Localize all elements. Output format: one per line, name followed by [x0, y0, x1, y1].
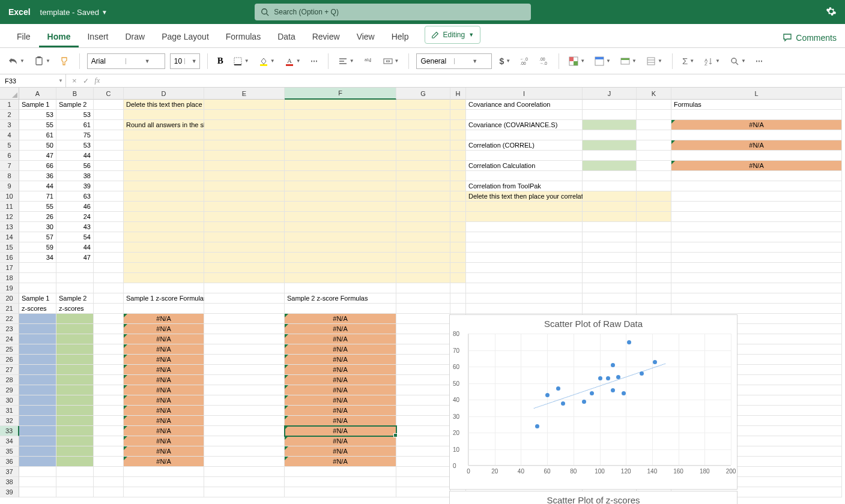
autosum-button[interactable]: Σ▼ [680, 53, 697, 70]
cell-G10[interactable] [396, 191, 450, 202]
cell-F21[interactable] [285, 304, 396, 314]
col-header-I[interactable]: I [466, 88, 583, 100]
cell-H2[interactable] [450, 110, 466, 120]
cell-H1[interactable] [450, 100, 466, 110]
cell-K16[interactable] [637, 253, 671, 263]
cell-C17[interactable] [94, 263, 124, 273]
cell-I20[interactable] [466, 293, 583, 304]
cell-A17[interactable] [19, 263, 56, 273]
cell-H15[interactable] [450, 242, 466, 253]
row-header-30[interactable]: 30 [0, 395, 19, 406]
cell-C20[interactable] [94, 293, 124, 304]
cell-C25[interactable] [94, 344, 124, 355]
cell-J8[interactable] [583, 171, 637, 181]
cell-K18[interactable] [637, 273, 671, 283]
cell-G36[interactable] [396, 457, 450, 467]
cell-E20[interactable] [204, 293, 285, 304]
cell-L13[interactable] [671, 222, 842, 232]
cell-B37[interactable] [56, 467, 94, 477]
cell-G4[interactable] [396, 130, 450, 140]
row-header-36[interactable]: 36 [0, 457, 19, 467]
cell-L20[interactable] [671, 293, 842, 304]
cell-C8[interactable] [94, 171, 124, 181]
fx-icon[interactable]: fx [95, 76, 100, 85]
cell-D8[interactable] [124, 171, 204, 181]
font-name-select[interactable]: Arial▼ [87, 53, 165, 69]
col-header-D[interactable]: D [124, 88, 204, 100]
cell-F32[interactable]: #N/A [285, 416, 396, 426]
cell-D16[interactable] [124, 253, 204, 263]
cell-B14[interactable]: 54 [56, 232, 94, 242]
cell-F11[interactable] [285, 202, 396, 212]
cell-B8[interactable]: 38 [56, 171, 94, 181]
row-header-27[interactable]: 27 [0, 365, 19, 375]
cell-I17[interactable] [466, 263, 583, 273]
cell-A36[interactable] [19, 457, 56, 467]
font-color-button[interactable]: A▼ [282, 53, 303, 70]
cell-B2[interactable]: 53 [56, 110, 94, 120]
cell-A24[interactable] [19, 334, 56, 344]
cell-D3[interactable]: Round all answers in the sheet to 2 deci… [124, 120, 204, 130]
cell-A30[interactable] [19, 395, 56, 406]
cell-F8[interactable] [285, 171, 396, 181]
cell-L17[interactable] [671, 263, 842, 273]
cell-D10[interactable] [124, 191, 204, 202]
cell-L2[interactable] [671, 110, 842, 120]
cell-C26[interactable] [94, 355, 124, 365]
cell-D36[interactable]: #N/A [124, 457, 204, 467]
row-header-16[interactable]: 16 [0, 253, 19, 263]
search-input[interactable]: Search (Option + Q) [255, 4, 531, 20]
cell-C16[interactable] [94, 253, 124, 263]
cell-I8[interactable] [466, 171, 583, 181]
cell-G38[interactable] [396, 477, 450, 487]
tab-review[interactable]: Review [304, 27, 348, 47]
cell-G28[interactable] [396, 375, 450, 385]
col-header-G[interactable]: G [396, 88, 450, 100]
chart-scatter-raw[interactable]: Scatter Plot of Raw Data 010203040506070… [449, 314, 737, 490]
cell-B1[interactable]: Sample 2 [56, 100, 94, 110]
cell-J3[interactable] [583, 120, 637, 130]
cell-K19[interactable] [637, 283, 671, 293]
cell-B20[interactable]: Sample 2 [56, 293, 94, 304]
cell-L1[interactable]: Formulas [671, 100, 842, 110]
cell-E4[interactable] [204, 130, 285, 140]
cell-C36[interactable] [94, 457, 124, 467]
cell-A39[interactable] [19, 487, 56, 497]
row-header-12[interactable]: 12 [0, 212, 19, 222]
cell-B26[interactable] [56, 355, 94, 365]
row-header-13[interactable]: 13 [0, 222, 19, 232]
cell-B17[interactable] [56, 263, 94, 273]
cell-D2[interactable] [124, 110, 204, 120]
cell-J9[interactable] [583, 181, 637, 191]
cell-J14[interactable] [583, 232, 637, 242]
cell-K2[interactable] [637, 110, 671, 120]
cell-G32[interactable] [396, 416, 450, 426]
cell-C12[interactable] [94, 212, 124, 222]
cell-I11[interactable] [466, 202, 583, 212]
cell-D33[interactable]: #N/A [124, 426, 204, 436]
cell-A13[interactable]: 30 [19, 222, 56, 232]
cell-H19[interactable] [450, 283, 466, 293]
cell-F6[interactable] [285, 151, 396, 161]
cell-E14[interactable] [204, 232, 285, 242]
cell-E17[interactable] [204, 263, 285, 273]
cell-K15[interactable] [637, 242, 671, 253]
cell-D12[interactable] [124, 212, 204, 222]
cell-B22[interactable] [56, 314, 94, 324]
cell-B23[interactable] [56, 324, 94, 334]
col-header-K[interactable]: K [637, 88, 671, 100]
cell-K6[interactable] [637, 151, 671, 161]
cell-C11[interactable] [94, 202, 124, 212]
cell-D9[interactable] [124, 181, 204, 191]
cell-F28[interactable]: #N/A [285, 375, 396, 385]
cell-C37[interactable] [94, 467, 124, 477]
cell-A15[interactable]: 59 [19, 242, 56, 253]
cell-J4[interactable] [583, 130, 637, 140]
comments-button[interactable]: Comments [783, 33, 837, 47]
cell-A28[interactable] [19, 375, 56, 385]
cell-G14[interactable] [396, 232, 450, 242]
more-button[interactable]: ⋯ [753, 53, 766, 70]
paste-button[interactable]: ▼ [32, 53, 53, 70]
cell-E32[interactable] [204, 416, 285, 426]
cell-A34[interactable] [19, 436, 56, 446]
